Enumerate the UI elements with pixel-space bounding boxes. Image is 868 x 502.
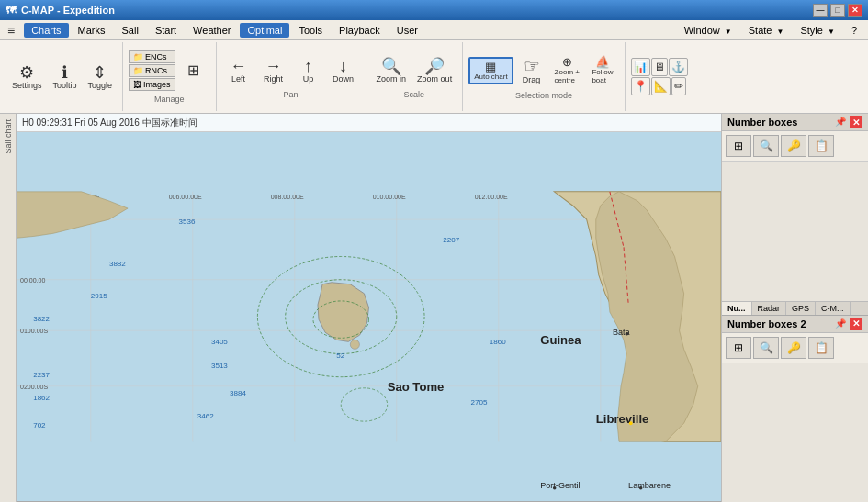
panel-btn-5[interactable]: ⊞	[726, 337, 751, 359]
chart-svg[interactable]: 004.00.00E 006.00.00E 008.00.00E 010.00.…	[17, 114, 721, 501]
app-menu-button[interactable]: ≡	[4, 21, 18, 39]
svg-text:2207: 2207	[443, 236, 459, 244]
enc-button[interactable]: 📁 ENCs	[129, 50, 175, 63]
drag-button[interactable]: ☞ Drag	[515, 54, 548, 87]
panel-header-1: Number boxes 📌 ✕	[722, 114, 868, 131]
panel-tab-nu[interactable]: Nu...	[722, 302, 752, 315]
follow-boat-button[interactable]: ⛵ Followboat	[586, 53, 619, 87]
info-icon: ℹ	[62, 64, 68, 81]
extra-btn-6[interactable]: ✏	[671, 77, 686, 95]
menu-help[interactable]: ?	[844, 23, 864, 38]
toolbar: ⚙ Settings ℹ Tooltip ⇕ Toggle 📁 ENCs 📁	[0, 40, 868, 114]
settings-button[interactable]: ⚙ Settings	[7, 61, 47, 93]
pan-group: ← Left → Right ↑ Up ↓ Down Pan	[217, 42, 366, 111]
auto-chart-icon: ▦	[485, 61, 496, 73]
cmap-button[interactable]: ⊞	[177, 59, 210, 82]
right-panel: Number boxes 📌 ✕ ⊞ 🔍 🔑 📋 Nu... Radar GPS…	[721, 114, 868, 502]
scale-group: 🔍 Zoom in 🔎 Zoom out Scale	[366, 42, 464, 111]
rnc-button[interactable]: 📁 RNCs	[129, 64, 175, 77]
svg-text:0200.00S: 0200.00S	[20, 384, 48, 390]
panel-btn-2[interactable]: 🔍	[753, 135, 779, 157]
menu-item-optimal[interactable]: Optimal	[240, 23, 289, 38]
menu-style[interactable]: Style ▼	[793, 23, 841, 38]
panel-section-1	[722, 162, 868, 301]
title-bar: 🗺 C-MAP - Expedition — □ ✕	[0, 0, 868, 20]
close-button[interactable]: ✕	[848, 4, 862, 17]
app-icon: 🗺	[6, 5, 16, 16]
extra-btn-4[interactable]: 📍	[631, 77, 650, 95]
minimize-button[interactable]: —	[813, 4, 828, 17]
svg-text:0100.00S: 0100.00S	[20, 328, 48, 334]
menu-window[interactable]: Window ▼	[677, 23, 739, 38]
right-arrow-icon: →	[265, 58, 282, 74]
panel-close-button-2[interactable]: ✕	[850, 318, 862, 330]
svg-text:2915: 2915	[91, 292, 107, 300]
main-area: Sail chart H0 09:29:31 Fri 05 Aug 2016 中…	[0, 114, 868, 502]
panel-section-2	[722, 363, 868, 503]
menu-item-tools[interactable]: Tools	[291, 23, 330, 38]
settings-icon: ⚙	[19, 64, 34, 81]
svg-text:3882: 3882	[109, 260, 126, 268]
extra-btn-1[interactable]: 📊	[631, 58, 650, 76]
follow-boat-icon: ⛵	[595, 56, 610, 68]
menu-item-playback[interactable]: Playback	[332, 23, 388, 38]
pin-icon[interactable]: 📌	[833, 116, 848, 128]
pin-icon-2[interactable]: 📌	[833, 318, 848, 330]
left-arrow-icon: ←	[231, 58, 247, 74]
svg-text:●: ●	[638, 484, 643, 492]
extra-btn-3[interactable]: ⚓	[669, 58, 688, 76]
menu-item-charts[interactable]: Charts	[24, 23, 68, 38]
number-boxes-2-title: Number boxes 2	[727, 318, 806, 329]
svg-text:●: ●	[628, 418, 633, 428]
zoom-out-button[interactable]: 🔎 Zoom out	[412, 55, 457, 86]
drag-icon: ☞	[524, 57, 540, 75]
extra-btn-2[interactable]: 🖥	[651, 58, 668, 76]
panel-btn-1[interactable]: ⊞	[726, 135, 751, 157]
panel-btn-6[interactable]: 🔍	[753, 337, 779, 359]
svg-text:006.00.00E: 006.00.00E	[169, 194, 202, 200]
toggle-button[interactable]: ⇕ Toggle	[84, 61, 118, 93]
pan-up-button[interactable]: ↑ Up	[292, 55, 325, 86]
panel-toolbar-1: ⊞ 🔍 🔑 📋	[722, 131, 868, 162]
panel-tab-cm[interactable]: C-M...	[816, 302, 851, 315]
tooltip-button[interactable]: ℹ Tooltip	[49, 61, 82, 93]
menu-item-start[interactable]: Start	[148, 23, 184, 38]
zoom-in-button[interactable]: 🔍 Zoom in	[372, 55, 411, 86]
pan-right-button[interactable]: → Right	[257, 55, 290, 86]
zoom-centre-button[interactable]: ⊕ Zoom +centre	[550, 53, 584, 87]
extra-btn-5[interactable]: 📐	[651, 77, 671, 95]
manage-label: Manage	[154, 95, 185, 104]
menu-state[interactable]: State ▼	[741, 23, 792, 38]
pan-label: Pan	[284, 90, 299, 99]
panel-toolbar-2: ⊞ 🔍 🔑 📋	[722, 333, 868, 363]
down-arrow-icon: ↓	[339, 58, 347, 74]
panel-btn-7[interactable]: 🔑	[781, 337, 806, 359]
zoom-out-icon: 🔎	[424, 58, 445, 74]
images-button[interactable]: 🖼 Images	[129, 78, 175, 91]
panel-tab-radar[interactable]: Radar	[752, 302, 787, 315]
pan-left-button[interactable]: ← Left	[222, 55, 255, 86]
panel-tab-gps[interactable]: GPS	[786, 302, 816, 315]
svg-text:2237: 2237	[33, 371, 50, 379]
svg-text:Lambarene: Lambarene	[628, 481, 671, 490]
extra-group: 📊 🖥 ⚓ 📍 📐 ✏	[626, 42, 710, 111]
scale-label: Scale	[404, 90, 425, 99]
chart-area[interactable]: H0 09:29:31 Fri 05 Aug 2016 中国标准时间 004.0…	[17, 114, 721, 502]
menu-item-sail[interactable]: Sail	[115, 23, 146, 38]
svg-text:010.00.00E: 010.00.00E	[373, 194, 406, 200]
panel-btn-3[interactable]: 🔑	[781, 135, 806, 157]
sail-chart-label[interactable]: Sail chart	[2, 117, 15, 156]
svg-text:008.00.00E: 008.00.00E	[271, 194, 304, 200]
svg-text:3884: 3884	[230, 389, 246, 397]
panel-btn-4[interactable]: 📋	[808, 135, 834, 157]
panel-close-button[interactable]: ✕	[850, 116, 862, 128]
menu-item-marks[interactable]: Marks	[71, 23, 113, 38]
panel-tabs-1: Nu... Radar GPS C-M...	[722, 301, 868, 315]
panel-btn-8[interactable]: 📋	[808, 337, 834, 359]
maximize-button[interactable]: □	[830, 4, 845, 17]
menu-item-user[interactable]: User	[389, 23, 425, 38]
svg-point-26	[350, 340, 359, 349]
auto-chart-button[interactable]: ▦ Auto chart	[468, 57, 513, 84]
pan-down-button[interactable]: ↓ Down	[327, 55, 360, 86]
menu-item-weather[interactable]: Weather	[186, 23, 238, 38]
